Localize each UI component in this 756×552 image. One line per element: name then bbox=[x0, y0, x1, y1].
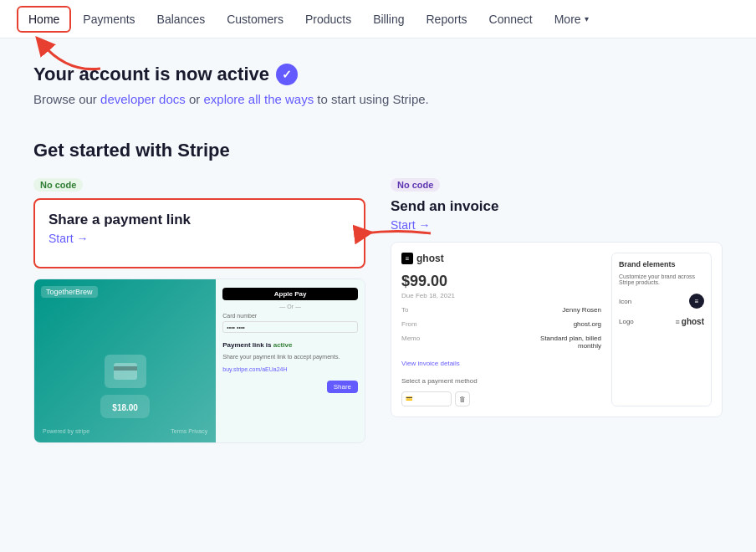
inv-logo-row: ≡ ghost bbox=[401, 253, 601, 264]
nav-item-payments[interactable]: Payments bbox=[73, 8, 145, 31]
brand-logo-row: Logo ≡ ghost bbox=[619, 317, 704, 326]
nav-item-balances[interactable]: Balances bbox=[147, 8, 216, 31]
payment-link-highlight-box: Share a payment link Start → bbox=[33, 198, 365, 268]
payment-preview-inner: TogetherBrew $18.00 Powered by stripe bbox=[34, 279, 365, 442]
brand-desc: Customize your brand across Stripe produ… bbox=[619, 273, 704, 285]
invoice-preview-inner: ≡ ghost $99.00 Due Feb 18, 2021 To Jenny… bbox=[391, 243, 722, 417]
no-code-badge-invoice: No code bbox=[391, 178, 440, 192]
brand-logo-preview: ≡ ghost bbox=[676, 317, 704, 326]
payment-link-title: Share a payment link bbox=[49, 212, 350, 228]
inv-from-row: From ghost.org bbox=[401, 320, 601, 328]
nav-item-billing[interactable]: Billing bbox=[363, 8, 414, 31]
svg-rect-2 bbox=[114, 363, 137, 380]
invoice-preview: ≡ ghost $99.00 Due Feb 18, 2021 To Jenny… bbox=[391, 242, 723, 417]
developer-docs-link[interactable]: developer docs bbox=[100, 92, 186, 106]
get-started-section: Get started with Stripe No code Share a … bbox=[33, 140, 723, 443]
invoice-right: Brand elements Customize your brand acro… bbox=[611, 253, 712, 406]
account-title: Your account is now active ✓ bbox=[33, 64, 723, 85]
nav-item-customers[interactable]: Customers bbox=[217, 8, 294, 31]
preview-active-status: Payment link is active bbox=[222, 341, 358, 349]
inv-logo-text: ghost bbox=[416, 253, 444, 264]
brand-title: Brand elements bbox=[619, 260, 704, 268]
no-code-badge-payment: No code bbox=[33, 178, 83, 192]
preview-stripe-footer: Powered by stripe bbox=[43, 428, 89, 434]
preview-desc: Share your payment link to accept paymen… bbox=[222, 354, 358, 360]
preview-fields: Card number •••• •••• bbox=[222, 313, 358, 333]
brand-icon-circle: ≡ bbox=[689, 294, 704, 309]
explore-ways-link[interactable]: explore all the ways bbox=[203, 92, 314, 106]
invoice-left: ≡ ghost $99.00 Due Feb 18, 2021 To Jenny… bbox=[401, 253, 601, 406]
payment-preview-left: TogetherBrew $18.00 Powered by stripe bbox=[34, 279, 216, 442]
preview-apple-pay: Apple Pay bbox=[222, 288, 358, 300]
preview-terms-footer: Terms Privacy bbox=[171, 428, 207, 434]
inv-price: $99.00 bbox=[401, 273, 601, 290]
invoice-card-title: Send an invoice bbox=[391, 198, 723, 215]
chevron-down-icon: ▾ bbox=[585, 14, 589, 23]
payment-link-card: No code Share a payment link Start → bbox=[33, 178, 365, 443]
nav-bar: Home Payments Balances Customers Product… bbox=[0, 0, 756, 38]
section-title: Get started with Stripe bbox=[33, 140, 723, 161]
account-active-section: Your account is now active ✓ Browse our … bbox=[33, 64, 723, 106]
nav-item-home[interactable]: Home bbox=[17, 6, 71, 33]
svg-rect-3 bbox=[114, 366, 137, 371]
checkmark-badge: ✓ bbox=[276, 64, 298, 85]
inv-view-link: View invoice details bbox=[401, 360, 601, 367]
payment-preview-right: Apple Pay — Or — Card number •••• •••• P… bbox=[216, 279, 365, 442]
nav-item-products[interactable]: Products bbox=[295, 8, 361, 31]
nav-item-connect[interactable]: Connect bbox=[479, 8, 543, 31]
preview-link: buy.stripe.com/aEUa24H bbox=[222, 366, 358, 372]
account-subtitle: Browse our developer docs or explore all… bbox=[33, 92, 723, 106]
preview-price: $18.00 bbox=[112, 403, 138, 412]
brand-icon-label: Icon bbox=[619, 298, 631, 305]
preview-card-icon bbox=[105, 355, 146, 388]
inv-memo-row: Memo Standard plan, billed monthly bbox=[401, 335, 601, 350]
nav-item-reports[interactable]: Reports bbox=[416, 8, 478, 31]
payment-link-preview: TogetherBrew $18.00 Powered by stripe bbox=[33, 279, 365, 443]
brand-logo-label: Logo bbox=[619, 318, 634, 325]
cards-grid: No code Share a payment link Start → bbox=[33, 178, 723, 443]
pm-select: 💳 bbox=[401, 391, 452, 406]
nav-item-more[interactable]: More ▾ bbox=[544, 8, 599, 31]
inv-due-date: Due Feb 18, 2021 bbox=[401, 292, 601, 299]
inv-logo-icon: ≡ bbox=[401, 253, 413, 264]
brand-icon-row: Icon ≡ bbox=[619, 294, 704, 309]
preview-logo-text: TogetherBrew bbox=[41, 286, 98, 298]
inv-to-row: To Jenny Rosen bbox=[401, 306, 601, 314]
main-content: Your account is now active ✓ Browse our … bbox=[0, 38, 756, 468]
payment-method-row: 💳 🗑 bbox=[401, 391, 601, 406]
preview-share-btn: Share bbox=[327, 381, 358, 393]
pm-select-label: Select a payment method bbox=[401, 377, 601, 385]
payment-link-start[interactable]: Start → bbox=[49, 232, 88, 245]
pm-trash-icon: 🗑 bbox=[455, 391, 470, 406]
preview-divider: — Or — bbox=[222, 304, 358, 309]
invoice-start-link[interactable]: Start → bbox=[391, 218, 723, 232]
invoice-card: No code Send an invoice Start → ≡ ghost … bbox=[391, 178, 723, 443]
nav-items: Home Payments Balances Customers Product… bbox=[17, 6, 599, 33]
